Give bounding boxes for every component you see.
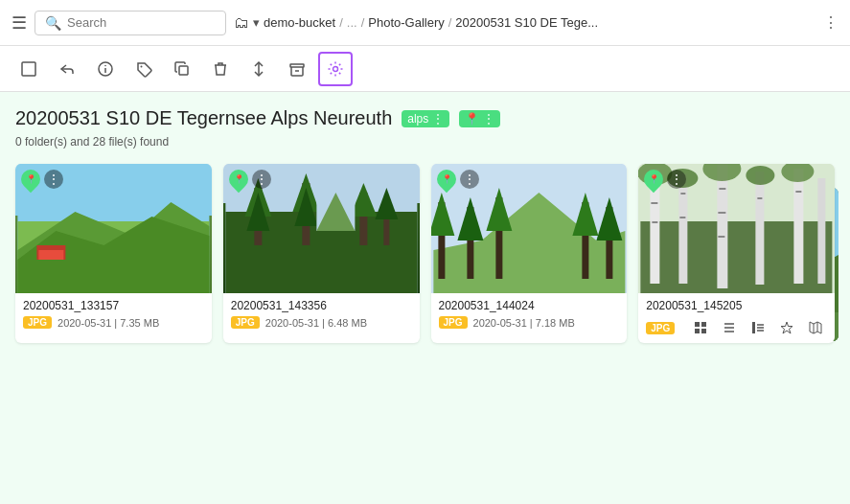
file-type-badge-2: JPG xyxy=(439,316,468,329)
svg-rect-69 xyxy=(695,322,700,327)
menu-icon[interactable]: ☰ xyxy=(11,12,27,34)
search-icon: 🔍 xyxy=(45,15,61,31)
svg-rect-62 xyxy=(796,191,802,193)
svg-point-67 xyxy=(747,166,775,185)
file-thumb-0[interactable]: 📍 ⋮ xyxy=(15,164,212,293)
move-button[interactable] xyxy=(241,52,276,86)
tag-location[interactable]: 📍 ⋮ xyxy=(459,110,500,127)
tag-location-more-icon: ⋮ xyxy=(483,112,494,126)
map-button[interactable] xyxy=(804,316,827,339)
breadcrumb-sep3: / xyxy=(448,15,452,30)
file-card-0: 📍 ⋮ 20200531_133157 JPG 2020-05-31 | 7.3… xyxy=(15,164,212,343)
file-thumb-1[interactable]: 📍 ⋮ xyxy=(223,164,420,293)
svg-marker-81 xyxy=(810,322,821,333)
folder-meta: 0 folder(s) and 28 file(s) found xyxy=(15,135,835,149)
navbar: ☰ 🔍 🗂 ▾ demo-bucket / ... / Photo-Galler… xyxy=(0,0,850,46)
tag-icon xyxy=(135,60,152,78)
file-info-1: 20200531_143356 JPG 2020-05-31 | 6.48 MB xyxy=(223,293,420,332)
svg-rect-50 xyxy=(652,202,658,204)
search-input[interactable] xyxy=(67,15,201,30)
main-content: 20200531 S10 DE Tegernsee Alps Neureuth … xyxy=(0,92,850,504)
delete-icon xyxy=(212,60,229,78)
tag-button[interactable] xyxy=(126,52,161,86)
svg-rect-0 xyxy=(22,62,35,76)
tag-location-pin-icon: 📍 xyxy=(465,112,479,126)
list-icon xyxy=(723,321,736,334)
return-icon xyxy=(58,60,76,78)
svg-rect-54 xyxy=(680,217,686,218)
tag-alps[interactable]: alps ⋮ xyxy=(402,110,449,127)
file-overlay-2: 📍 ⋮ xyxy=(437,170,479,189)
svg-rect-19 xyxy=(38,250,63,260)
settings-icon xyxy=(327,60,344,78)
file-more-button-2[interactable]: ⋮ xyxy=(460,170,479,189)
svg-rect-70 xyxy=(701,322,706,327)
info-button[interactable] xyxy=(88,52,123,86)
file-type-badge-1: JPG xyxy=(231,316,260,329)
file-more-button-3[interactable]: ⋮ xyxy=(667,170,686,189)
file-card-3: 📍 ⋮ 20200531_145205 JPG xyxy=(638,164,835,343)
file-date-size-2: 2020-05-31 | 7.18 MB xyxy=(473,317,575,329)
file-type-badge-0: JPG xyxy=(23,316,52,329)
file-location-icon-2: 📍 xyxy=(432,166,459,193)
file-overlay-0: 📍 ⋮ xyxy=(21,170,63,189)
svg-rect-5 xyxy=(179,66,188,75)
file-date-size-1: 2020-05-31 | 6.48 MB xyxy=(265,317,367,329)
file-more-button-1[interactable]: ⋮ xyxy=(252,170,271,189)
svg-rect-76 xyxy=(752,322,755,333)
star-button[interactable] xyxy=(775,316,798,339)
svg-rect-51 xyxy=(653,221,658,223)
grid-icon xyxy=(694,321,707,334)
svg-point-4 xyxy=(141,65,143,67)
breadcrumb-sep1: / xyxy=(339,15,343,30)
delete-button[interactable] xyxy=(203,52,238,86)
detail-icon xyxy=(751,321,765,334)
select-all-button[interactable] xyxy=(11,52,46,86)
file-overlay-1: 📍 ⋮ xyxy=(229,170,271,189)
file-more-button-0[interactable]: ⋮ xyxy=(44,170,63,189)
file-location-icon-3: 📍 xyxy=(640,166,667,193)
archive-button[interactable] xyxy=(280,52,314,86)
svg-rect-7 xyxy=(290,64,304,67)
svg-rect-57 xyxy=(719,212,726,214)
breadcrumb-folder2[interactable]: 20200531 S10 DE Tege... xyxy=(455,15,598,30)
breadcrumb-options-icon[interactable]: ⋮ xyxy=(823,13,839,32)
copy-icon xyxy=(173,60,191,78)
svg-rect-60 xyxy=(758,197,763,199)
file-thumb-2[interactable]: 📍 ⋮ xyxy=(431,164,628,293)
file-card-2: 📍 ⋮ 20200531_144024 JPG 2020-05-31 | 7.1… xyxy=(431,164,628,343)
folder-header: 20200531 S10 DE Tegernsee Alps Neureuth … xyxy=(15,107,835,129)
file-date-size-0: 2020-05-31 | 7.35 MB xyxy=(57,317,159,329)
svg-marker-80 xyxy=(781,322,793,333)
view-detail-button[interactable] xyxy=(747,316,770,339)
file-name-3: 20200531_145205 xyxy=(646,299,827,312)
svg-point-9 xyxy=(333,66,338,71)
file-thumb-3[interactable]: 📍 ⋮ xyxy=(638,164,835,293)
breadcrumb-folder1[interactable]: Photo-Gallery xyxy=(368,15,444,30)
svg-rect-58 xyxy=(719,236,725,238)
file-location-icon-0: 📍 xyxy=(17,166,44,193)
file-info-0: 20200531_133157 JPG 2020-05-31 | 7.35 MB xyxy=(15,293,212,332)
copy-button[interactable] xyxy=(165,52,199,86)
view-list-button[interactable] xyxy=(718,316,741,339)
folder-title: 20200531 S10 DE Tegernsee Alps Neureuth xyxy=(15,107,392,129)
svg-rect-56 xyxy=(720,188,726,190)
breadcrumb-sep2: / xyxy=(361,15,365,30)
breadcrumb-more[interactable]: ... xyxy=(347,15,357,30)
toolbar xyxy=(0,46,850,92)
svg-rect-53 xyxy=(681,193,686,195)
svg-rect-61 xyxy=(794,169,804,284)
bucket-dropdown-icon[interactable]: ▾ xyxy=(253,15,260,30)
file-name-2: 20200531_144024 xyxy=(439,299,620,312)
file-name-0: 20200531_133157 xyxy=(23,299,204,312)
return-button[interactable] xyxy=(50,52,84,86)
view-grid-button[interactable] xyxy=(689,316,712,339)
file-card-1: 📍 ⋮ 20200531_143356 JPG 2020-05-31 | 6.4… xyxy=(223,164,420,343)
map-icon xyxy=(809,321,822,334)
settings-button[interactable] xyxy=(318,52,353,86)
select-all-icon xyxy=(20,60,37,78)
tag-alps-label: alps xyxy=(407,112,428,126)
move-icon xyxy=(250,60,267,78)
bucket-icon: 🗂 xyxy=(234,14,249,32)
breadcrumb-bucket[interactable]: demo-bucket xyxy=(264,15,335,30)
